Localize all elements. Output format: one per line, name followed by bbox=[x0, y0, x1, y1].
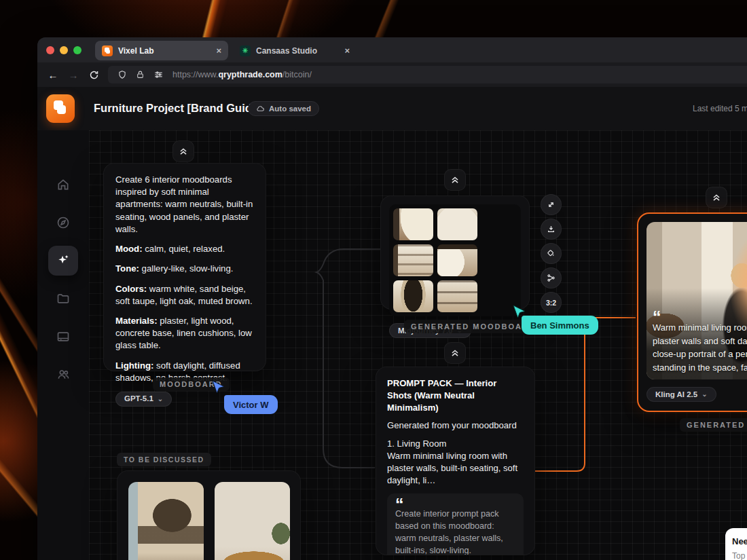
model-selector[interactable]: Kling AI 2.5 ⌄ bbox=[646, 387, 716, 402]
close-tab-icon[interactable]: × bbox=[171, 46, 221, 55]
resize-diagonal-icon bbox=[547, 200, 555, 209]
moodboard-image[interactable] bbox=[393, 244, 433, 276]
app-sidebar bbox=[37, 130, 89, 560]
victor-cursor-label: Victor W bbox=[224, 395, 278, 414]
users-icon bbox=[56, 368, 71, 381]
desktop-wallpaper: Vixel Lab × ✳ Cansaas Studio × ← → https… bbox=[0, 0, 747, 560]
window-controls bbox=[46, 46, 81, 54]
cloud-icon bbox=[256, 105, 265, 112]
sliders-icon[interactable] bbox=[153, 70, 164, 79]
chevron-down-icon: ⌄ bbox=[158, 396, 163, 403]
prompt-pack-card[interactable]: PROMPT PACK — Interior Shots (Warm Neutr… bbox=[376, 367, 535, 555]
address-bar[interactable]: https://www.qrypthrade.com/bitcoin/ bbox=[108, 66, 747, 83]
forward-icon[interactable]: → bbox=[63, 69, 84, 81]
sidebar-item-ai[interactable] bbox=[48, 246, 78, 276]
home-icon bbox=[56, 178, 70, 191]
prompt-field: Colors: warm white, sand beige, soft tau… bbox=[115, 283, 254, 307]
tab-label: Cansaas Studio bbox=[256, 46, 317, 56]
generated-moodboard-card[interactable]: Midjourney 7.0 ⌄ bbox=[380, 195, 530, 310]
moodboard-image[interactable] bbox=[437, 244, 477, 276]
chevron-down-icon: ⌄ bbox=[702, 391, 707, 398]
vixel-lab-favicon bbox=[102, 45, 113, 56]
prompt-field: Tone: gallery-like, slow-living. bbox=[115, 263, 254, 275]
collapse-button[interactable] bbox=[172, 141, 194, 162]
sparkles-icon bbox=[56, 253, 71, 268]
collapse-button[interactable] bbox=[706, 187, 727, 208]
tab-vixel-lab[interactable]: Vixel Lab × bbox=[95, 41, 228, 60]
sidebar-item-home[interactable] bbox=[48, 170, 78, 200]
aspect-ratio-button[interactable]: 3:2 bbox=[541, 292, 562, 313]
minimize-window-button[interactable] bbox=[60, 46, 68, 54]
download-icon bbox=[547, 225, 555, 234]
chevrons-up-icon bbox=[179, 147, 188, 156]
discussed-card[interactable] bbox=[117, 470, 301, 560]
ben-cursor-label: Ben Simmons bbox=[522, 316, 598, 335]
note-line: Top bbox=[732, 551, 747, 560]
discussed-section-label: TO BE DISCUSSED bbox=[117, 453, 211, 466]
generated-video-node-label: GENERATED VIDEO bbox=[680, 418, 747, 432]
moodboard-image[interactable] bbox=[437, 280, 477, 312]
lock-icon bbox=[136, 70, 145, 79]
shield-icon bbox=[117, 70, 127, 79]
browser-toolbar: ← → https://www.qrypthrade.com/bitcoin/ bbox=[37, 62, 747, 87]
browser-tab-bar: Vixel Lab × ✳ Cansaas Studio × bbox=[37, 37, 747, 62]
branch-icon bbox=[547, 274, 555, 282]
video-preview[interactable]: “ Warm minimal living room plaster walls… bbox=[646, 222, 747, 379]
sidebar-item-projects[interactable] bbox=[48, 284, 78, 314]
model-selector[interactable]: GPT-5.1 ⌄ bbox=[115, 392, 172, 407]
moodboard-image[interactable] bbox=[437, 208, 477, 240]
app-header: Furniture Project [Brand Guideline] Auto… bbox=[37, 87, 747, 130]
collapse-button[interactable] bbox=[444, 342, 466, 364]
prompt-pack-item-heading: 1. Living Room bbox=[387, 438, 524, 450]
compass-icon bbox=[56, 216, 70, 229]
quote-icon: “ bbox=[395, 499, 515, 508]
close-window-button[interactable] bbox=[46, 46, 54, 54]
sidebar-item-canvas[interactable] bbox=[48, 322, 78, 352]
enhance-button[interactable] bbox=[541, 243, 562, 264]
video-prompt-text: “ Warm minimal living room plaster walls… bbox=[653, 312, 747, 374]
url-text: https://www.qrypthrade.com/bitcoin/ bbox=[172, 70, 312, 79]
close-tab-icon[interactable]: × bbox=[335, 46, 350, 55]
collapse-button[interactable] bbox=[444, 169, 466, 191]
prompt-pack-subtitle: Generated from your moodboard bbox=[387, 419, 524, 432]
prompt-pack-title: PROMPT PACK — Interior Shots (Warm Neutr… bbox=[387, 377, 524, 413]
last-edited-text: Last edited 5 min bbox=[693, 104, 747, 113]
discussed-image[interactable] bbox=[215, 482, 290, 560]
generated-video-card[interactable]: “ Warm minimal living room plaster walls… bbox=[637, 212, 747, 412]
chevrons-up-icon bbox=[712, 193, 721, 202]
sidebar-item-team[interactable] bbox=[48, 360, 78, 390]
folder-icon bbox=[56, 292, 70, 305]
prompt-field: Materials: plaster, light wood, concrete… bbox=[115, 315, 254, 352]
prompt-field: Mood: calm, quiet, relaxed. bbox=[115, 243, 254, 255]
prompt-intro: Create 6 interior moodboards inspired by… bbox=[115, 174, 254, 236]
browser-window: Vixel Lab × ✳ Cansaas Studio × ← → https… bbox=[37, 37, 747, 560]
quote-icon: “ bbox=[653, 312, 747, 321]
download-button[interactable] bbox=[541, 219, 562, 240]
zoom-window-button[interactable] bbox=[73, 46, 81, 54]
expand-button[interactable] bbox=[541, 194, 562, 215]
victor-cursor-icon bbox=[211, 380, 226, 395]
sidebar-item-explore[interactable] bbox=[48, 208, 78, 238]
node-toolbar: 3:2 bbox=[541, 194, 562, 313]
discussed-image[interactable] bbox=[128, 482, 204, 560]
aspect-ratio-value: 3:2 bbox=[546, 299, 556, 307]
panel-icon bbox=[56, 330, 70, 343]
moodboard-prompt-card[interactable]: Create 6 interior moodboards inspired by… bbox=[103, 163, 266, 371]
reload-icon[interactable] bbox=[84, 70, 104, 80]
back-icon[interactable]: ← bbox=[43, 69, 63, 81]
source-quote: “ Create interior prompt pack based on t… bbox=[387, 493, 524, 555]
autosave-badge: Auto saved bbox=[248, 101, 319, 116]
chevrons-up-icon bbox=[450, 175, 460, 185]
app-logo[interactable] bbox=[46, 94, 75, 123]
prompt-pack-item-body: Warm minimal living room with plaster wa… bbox=[387, 450, 524, 486]
enhance-icon bbox=[547, 249, 555, 258]
moodboard-image[interactable] bbox=[393, 208, 433, 240]
chevrons-up-icon bbox=[450, 348, 460, 358]
note-title: Nee bbox=[732, 536, 747, 546]
branch-button[interactable] bbox=[541, 267, 562, 288]
note-card[interactable]: Nee Top bbox=[725, 528, 747, 560]
tab-cansaas-studio[interactable]: ✳ Cansaas Studio × bbox=[233, 41, 357, 60]
moodboard-image[interactable] bbox=[393, 280, 433, 312]
moodboard-image-grid bbox=[389, 204, 521, 316]
cansaas-favicon: ✳ bbox=[240, 45, 251, 56]
